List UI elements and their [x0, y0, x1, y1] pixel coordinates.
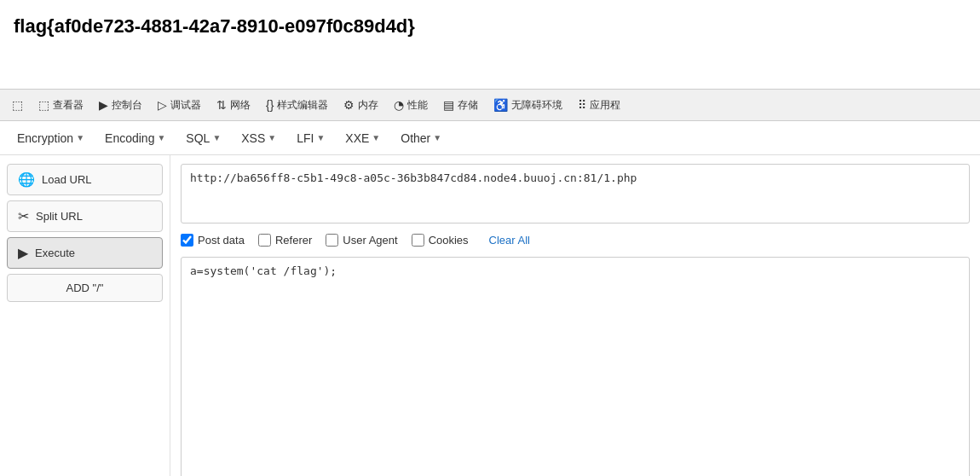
- lfi-dropdown[interactable]: LFI ▼: [288, 128, 333, 148]
- sidebar: 🌐 Load URL ✂ Split URL ▶ Execute ADD "/": [0, 155, 170, 476]
- memory-icon: ⚙: [343, 98, 355, 112]
- add-slash-label: ADD "/": [66, 282, 104, 294]
- main-area: 🌐 Load URL ✂ Split URL ▶ Execute ADD "/"…: [0, 155, 980, 476]
- split-url-button[interactable]: ✂ Split URL: [7, 200, 163, 232]
- execute-icon: ▶: [18, 245, 28, 261]
- performance-label: 性能: [407, 98, 428, 113]
- flag-text: flag{af0de723-4881-42a7-8910-e097f0c89d4…: [0, 0, 980, 89]
- xss-label: XSS: [241, 131, 265, 145]
- sql-label: SQL: [186, 131, 210, 145]
- devtools-performance[interactable]: ◔ 性能: [387, 95, 435, 116]
- devtools-apps[interactable]: ⠿ 应用程: [571, 95, 627, 116]
- debugger-label: 调试器: [170, 98, 201, 113]
- debugger-icon: ▷: [158, 98, 167, 112]
- apps-label: 应用程: [590, 98, 620, 113]
- post-data-checkbox[interactable]: [181, 234, 193, 247]
- apps-icon: ⠿: [578, 98, 586, 112]
- xxe-chevron-icon: ▼: [372, 133, 380, 142]
- cookies-label: Cookies: [429, 234, 469, 247]
- sql-chevron-icon: ▼: [212, 133, 221, 142]
- console-icon: ▶: [99, 98, 108, 112]
- devtools-viewer[interactable]: ⬚ 查看器: [32, 95, 90, 116]
- console-label: 控制台: [112, 98, 142, 113]
- xxe-dropdown[interactable]: XXE ▼: [337, 128, 389, 148]
- user-agent-checkbox-item[interactable]: User Agent: [326, 234, 397, 247]
- encoding-dropdown[interactable]: Encoding ▼: [96, 128, 174, 148]
- url-input[interactable]: [181, 164, 970, 223]
- devtools-network[interactable]: ⇅ 网络: [210, 95, 257, 116]
- network-icon: ⇅: [216, 98, 227, 112]
- checkboxes-row: Post data Referer User Agent Cookies Cle…: [181, 230, 970, 250]
- encoding-label: Encoding: [105, 131, 154, 145]
- referer-checkbox[interactable]: [258, 234, 271, 247]
- add-slash-button[interactable]: ADD "/": [7, 274, 163, 302]
- devtools-console[interactable]: ▶ 控制台: [92, 95, 149, 116]
- split-url-label: Split URL: [36, 210, 83, 223]
- devtools-style-editor[interactable]: {} 样式编辑器: [259, 95, 335, 116]
- devtools-accessibility[interactable]: ♿ 无障碍环境: [487, 95, 569, 116]
- other-dropdown[interactable]: Other ▼: [392, 128, 450, 148]
- post-data-input[interactable]: [181, 257, 970, 476]
- lfi-chevron-icon: ▼: [316, 133, 325, 142]
- inspect-icon: ⬚: [12, 98, 23, 112]
- encryption-dropdown[interactable]: Encryption ▼: [9, 128, 93, 148]
- referer-label: Referer: [275, 234, 312, 247]
- devtools-memory[interactable]: ⚙ 内存: [337, 95, 385, 116]
- split-url-icon: ✂: [18, 208, 29, 224]
- encryption-label: Encryption: [17, 131, 73, 145]
- cookies-checkbox-item[interactable]: Cookies: [412, 234, 469, 247]
- lfi-label: LFI: [297, 131, 314, 145]
- storage-label: 存储: [458, 98, 478, 113]
- style-label: 样式编辑器: [277, 98, 328, 113]
- execute-label: Execute: [35, 247, 75, 259]
- accessibility-icon: ♿: [493, 98, 508, 112]
- load-url-label: Load URL: [42, 173, 92, 186]
- devtools-inspect-icon[interactable]: ⬚: [5, 95, 30, 115]
- clear-all-button[interactable]: Clear All: [489, 234, 530, 247]
- other-label: Other: [401, 131, 430, 145]
- referer-checkbox-item[interactable]: Referer: [258, 234, 312, 247]
- user-agent-checkbox[interactable]: [326, 234, 338, 247]
- load-url-icon: 🌐: [18, 171, 35, 188]
- other-chevron-icon: ▼: [433, 133, 441, 142]
- user-agent-label: User Agent: [343, 234, 397, 247]
- post-data-checkbox-item[interactable]: Post data: [181, 234, 245, 247]
- viewer-label: 查看器: [53, 98, 84, 113]
- devtools-debugger[interactable]: ▷ 调试器: [151, 95, 208, 116]
- load-url-button[interactable]: 🌐 Load URL: [7, 164, 163, 195]
- xxe-label: XXE: [345, 131, 369, 145]
- sql-dropdown[interactable]: SQL ▼: [177, 128, 229, 148]
- xss-chevron-icon: ▼: [268, 133, 276, 142]
- execute-button[interactable]: ▶ Execute: [7, 237, 163, 269]
- cookies-checkbox[interactable]: [412, 234, 424, 247]
- network-label: 网络: [230, 98, 251, 113]
- storage-icon: ▤: [443, 98, 454, 112]
- xss-dropdown[interactable]: XSS ▼: [233, 128, 285, 148]
- content-area: Post data Referer User Agent Cookies Cle…: [170, 155, 980, 476]
- accessibility-label: 无障碍环境: [511, 98, 562, 113]
- performance-icon: ◔: [394, 98, 404, 112]
- encoding-chevron-icon: ▼: [157, 133, 165, 142]
- memory-label: 内存: [358, 98, 378, 113]
- viewer-icon: ⬚: [38, 98, 49, 112]
- devtools-storage[interactable]: ▤ 存储: [436, 95, 485, 116]
- encryption-chevron-icon: ▼: [76, 133, 84, 142]
- style-icon: {}: [266, 98, 274, 112]
- devtools-bar: ⬚ ⬚ 查看器 ▶ 控制台 ▷ 调试器 ⇅ 网络 {} 样式编辑器 ⚙ 内存 ◔…: [0, 89, 980, 121]
- toolbar: Encryption ▼ Encoding ▼ SQL ▼ XSS ▼ LFI …: [0, 121, 980, 155]
- post-data-label: Post data: [198, 234, 245, 247]
